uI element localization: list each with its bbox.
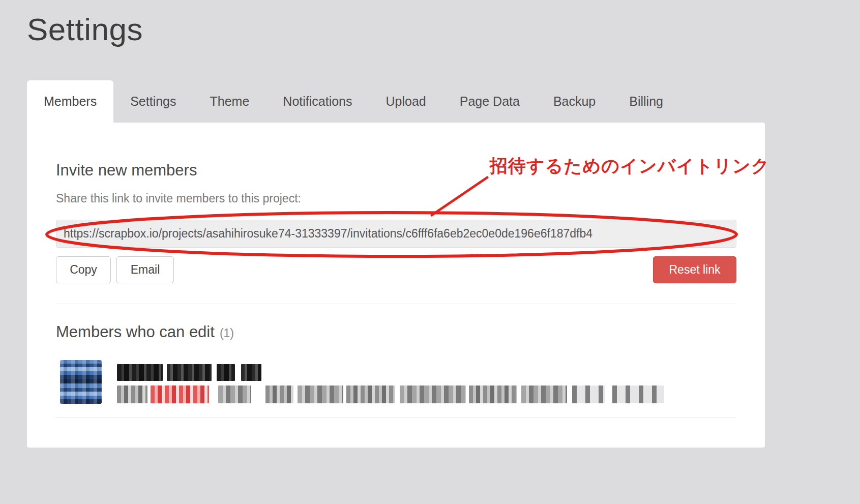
redacted-block [265, 386, 293, 403]
email-button[interactable]: Email [116, 256, 174, 283]
tab-settings[interactable]: Settings [113, 80, 193, 123]
members-count-badge: (1) [220, 327, 234, 340]
redacted-block [241, 364, 261, 381]
redacted-block [521, 386, 567, 403]
redacted-block [117, 386, 147, 403]
tab-notifications[interactable]: Notifications [266, 80, 369, 123]
redacted-block [400, 386, 466, 403]
copy-button[interactable]: Copy [56, 256, 111, 283]
tab-page-data[interactable]: Page Data [443, 80, 537, 123]
members-settings-panel: Invite new members Share this link to in… [27, 123, 765, 448]
redacted-block [346, 386, 395, 403]
invite-section-heading: Invite new members [56, 161, 197, 180]
member-row-divider [56, 417, 736, 418]
tab-billing[interactable]: Billing [612, 80, 680, 123]
redacted-block [218, 386, 251, 403]
invite-link-description: Share this link to invite members to thi… [56, 192, 301, 205]
page-title: Settings [27, 11, 143, 47]
redacted-block [612, 386, 664, 403]
redacted-block [298, 386, 343, 403]
member-name-redacted [117, 364, 261, 381]
redacted-block [217, 364, 235, 381]
redacted-block [167, 364, 212, 381]
redacted-block [117, 364, 163, 381]
member-avatar [60, 360, 102, 404]
member-detail-redacted [117, 386, 664, 403]
tab-theme[interactable]: Theme [193, 80, 266, 123]
tab-members[interactable]: Members [27, 80, 113, 123]
redacted-block [151, 386, 209, 403]
tab-upload[interactable]: Upload [369, 80, 443, 123]
redacted-block [572, 386, 605, 403]
invite-link-input[interactable] [56, 220, 736, 248]
section-divider [56, 304, 736, 304]
reset-link-button[interactable]: Reset link [653, 256, 736, 283]
members-heading-label: Members who can edit [56, 323, 215, 341]
tab-backup[interactable]: Backup [537, 80, 612, 123]
members-section-heading: Members who can edit(1) [56, 323, 234, 341]
settings-tab-bar: Members Settings Theme Notifications Upl… [27, 80, 680, 123]
redacted-block [469, 386, 517, 403]
